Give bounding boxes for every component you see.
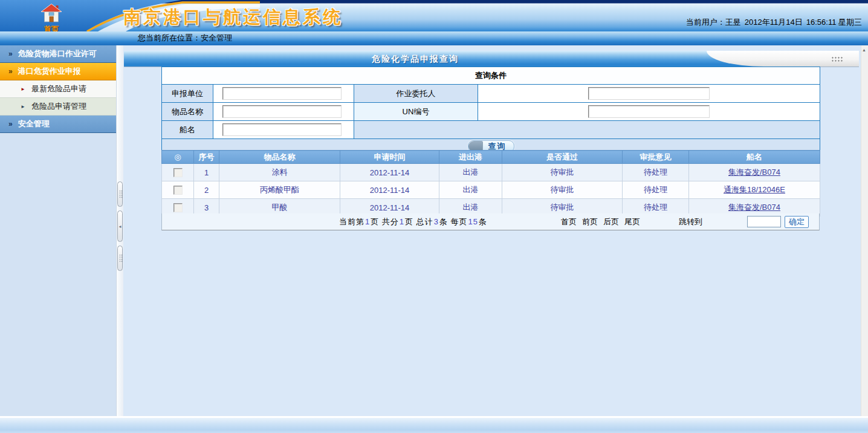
ship-link[interactable]: 集海奋发/B074 [728, 168, 780, 177]
panel-grip-dots-icon[interactable] [831, 56, 843, 62]
column-header: 船名 [689, 151, 820, 164]
splitter-grip-bottom[interactable] [117, 246, 123, 271]
cell-apply-date: 2012-11-14 [340, 181, 439, 199]
system-title: 南京港口与航运信息系统 [123, 5, 343, 30]
row-checkbox[interactable] [173, 186, 183, 195]
cell-seq: 2 [194, 181, 219, 199]
pagination-number: 15 [468, 217, 479, 226]
pagination-text: 条 [479, 217, 487, 226]
pagination-nav: 首页前页后页尾页 [561, 217, 640, 227]
column-header: 物品名称 [219, 151, 340, 164]
cell-ship-name: 集海奋发/B074 [689, 164, 820, 181]
table-row: 1涂料2012-11-14出港待审批待处理集海奋发/B074 [162, 164, 820, 181]
cell-item-name: 涂料 [219, 164, 340, 181]
column-header: 审批意见 [623, 151, 689, 164]
sidebar-item-newest-dangerous-apply[interactable]: ►最新危险品申请 [0, 80, 116, 98]
query-form: 查询条件 申报单位 作业委托人 物品名称 UN编号 船名 查询 [161, 67, 820, 154]
empty-cell [354, 121, 820, 139]
row-checkbox[interactable] [173, 168, 183, 177]
sidebar-item-dangerous-goods-port-permit[interactable]: »危险货物港口作业许可 [0, 45, 116, 63]
sidebar-splitter[interactable]: ◂ [116, 45, 123, 416]
field-cell [213, 85, 354, 103]
ship-name-input[interactable] [222, 123, 342, 136]
label-ship-name: 船名 [162, 121, 213, 139]
select-all-icon[interactable]: ◎ [162, 151, 194, 164]
current-date: 2012年11月14日 [745, 18, 803, 27]
sidebar-item-label: 危险品申请管理 [31, 102, 86, 111]
un-code-input[interactable] [588, 105, 710, 118]
table-row: 2丙烯酸甲酯2012-11-14出港待审批待处理通海集18/12046E [162, 181, 820, 199]
grip-dots-icon [119, 254, 122, 262]
cell-port-direction: 出港 [439, 164, 502, 181]
label-item-name: 物品名称 [162, 103, 213, 121]
next-page-link[interactable]: 后页 [603, 217, 619, 227]
prev-page-link[interactable]: 前页 [582, 217, 598, 227]
ship-link[interactable]: 集海奋发/B074 [728, 203, 780, 212]
row-checkbox[interactable] [173, 203, 183, 212]
menu-expand-icon: » [8, 63, 13, 80]
cell-approval-status: 待审批 [502, 164, 623, 181]
main-content: 危险化学品申报查询 查询条件 申报单位 作业委托人 物品名称 UN编号 船名 [123, 45, 861, 416]
collapse-arrow-icon: ◂ [118, 224, 121, 229]
page-title: 危险化学品申报查询 [124, 51, 707, 67]
home-button[interactable]: 首页 [31, 4, 71, 34]
page-footer [0, 416, 868, 433]
menu-item-icon: ► [21, 81, 25, 98]
query-conditions-title: 查询条件 [162, 67, 820, 85]
pagination-text: 页 共分 [371, 217, 399, 226]
sidebar-item-label: 危险货物港口作业许可 [18, 49, 97, 58]
cell-apply-date: 2012-11-14 [340, 164, 439, 181]
sidebar-menu: »危险货物港口作业许可 »港口危货作业申报 ►最新危险品申请 ►危险品申请管理 … [0, 45, 116, 416]
cell-seq: 1 [194, 164, 219, 181]
sidebar-item-safety-manage[interactable]: »安全管理 [0, 116, 116, 133]
sidebar-item-label: 最新危险品申请 [31, 84, 86, 93]
sidebar-item-label: 安全管理 [18, 119, 50, 128]
field-cell [478, 85, 820, 103]
breadcrumb: 您当前所在位置：安全管理 [0, 31, 868, 45]
column-header: 进出港 [439, 151, 502, 164]
grip-dots-icon [119, 190, 122, 198]
column-header: 申请时间 [340, 151, 439, 164]
pagination-number: 1 [399, 217, 405, 226]
footer-bar [0, 418, 868, 433]
titlebar-right-section [707, 51, 859, 67]
jump-page-input[interactable] [747, 216, 781, 227]
vertical-scrollbar[interactable]: ▲ [861, 45, 868, 416]
user-info: 当前用户：王昱2012年11月14日16:56:11 星期三 [682, 17, 862, 28]
item-name-input[interactable] [222, 105, 342, 118]
splitter-collapse-button[interactable]: ◂ [117, 210, 123, 242]
last-page-link[interactable]: 尾页 [624, 217, 640, 227]
pagination-number: 1 [364, 217, 371, 226]
first-page-link[interactable]: 首页 [561, 217, 577, 227]
cell-item-name: 丙烯酸甲酯 [219, 181, 340, 199]
pagination-text: 页 总计 [405, 217, 433, 226]
current-time: 16:56:11 星期三 [806, 18, 862, 27]
sidebar-item-label: 港口危货作业申报 [18, 67, 81, 76]
app-header: 首页 南京港口与航运信息系统 当前用户：王昱2012年11月14日16:56:1… [0, 0, 868, 31]
declare-unit-input[interactable] [222, 87, 342, 100]
menu-expand-icon: » [8, 45, 13, 62]
field-cell [478, 103, 820, 121]
consignor-input[interactable] [588, 87, 710, 100]
pagination-text: 条 每页 [439, 217, 468, 226]
pagination-bar: 当前第1页 共分1页 总计3条 每页15条 首页前页后页尾页 跳转到 确定 [161, 213, 820, 230]
sidebar-item-port-dangerous-operation-declare[interactable]: »港口危货作业申报 [0, 63, 116, 80]
cell-approval-opinion: 待处理 [623, 181, 689, 199]
cell-approval-status: 待审批 [502, 181, 623, 199]
application-window: 首页 南京港口与航运信息系统 当前用户：王昱2012年11月14日16:56:1… [0, 0, 868, 433]
jump-confirm-button[interactable]: 确定 [785, 216, 809, 228]
pagination-summary: 当前第1页 共分1页 总计3条 每页15条 [339, 217, 487, 227]
menu-expand-icon: » [8, 116, 13, 132]
current-user-prefix: 当前用户： [686, 18, 725, 27]
column-header: 序号 [194, 151, 219, 164]
splitter-grip-top[interactable] [117, 181, 123, 207]
scroll-up-icon[interactable]: ▲ [862, 48, 866, 52]
checkbox-cell [162, 181, 194, 199]
results-table: ◎序号物品名称申请时间进出港是否通过审批意见船名 1涂料2012-11-14出港… [161, 150, 820, 217]
field-cell [213, 103, 354, 121]
ship-link[interactable]: 通海集18/12046E [724, 185, 785, 194]
sidebar-item-dangerous-apply-manage[interactable]: ►危险品申请管理 [0, 98, 116, 116]
pagination-number: 3 [433, 217, 439, 226]
menu-item-icon: ► [21, 99, 25, 116]
pagination-text: 当前第 [339, 217, 364, 226]
